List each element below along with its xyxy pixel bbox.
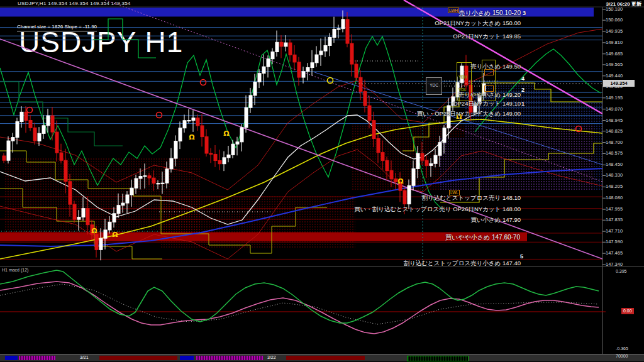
price-tick-label: 147.710 (606, 228, 623, 234)
ichimoku-green-line (93, 19, 156, 58)
price-tick-label: 149.440 (606, 73, 623, 79)
macd-scale-top: 0.395 (616, 269, 627, 273)
omega-signal-icon: Ω (91, 227, 97, 235)
price-tick-label: 148.450 (606, 162, 623, 167)
session-block-blue (180, 356, 194, 360)
level-annotation: OP21日NYカット 149.85 (453, 33, 521, 41)
price-tick-label: 148.825 (606, 128, 623, 134)
level-annotation: 売りやや小さめ 149.20 (458, 91, 521, 99)
level-annotation: 売り小さめ 149.50 (470, 63, 521, 71)
session-block-red (286, 356, 365, 360)
strip-date-2: 3/22 (267, 355, 276, 359)
price-tick-label: 148.575 (606, 150, 623, 156)
red-circle-signal-icon (201, 80, 206, 85)
lwh-tag: LWH (448, 8, 459, 13)
price-tick-label: 148.700 (606, 140, 623, 145)
macd-scale-volume: 70000 (616, 354, 628, 358)
price-tick-label: 149.935 (606, 28, 623, 34)
strip-date-1: 3/21 (80, 355, 89, 359)
session-block-blue (5, 356, 18, 360)
macd-scale-bottom: -0.365 (616, 346, 628, 351)
session-strip: 3/21 3/22 (0, 354, 644, 361)
sell-zone-label: 売り小さめ 150.10-20 (458, 9, 521, 18)
buy-zone-label: 買いやや小さめ 147.60-70 (445, 233, 520, 242)
ydh-tag: YDH (458, 75, 467, 79)
red-circle-signal-icon (157, 112, 162, 118)
macd-zero-badge: 0.00 (621, 308, 634, 314)
level-annotation: 割り込むとストップロス売り 148.10 (422, 194, 521, 202)
price-tick-label: 149.810 (606, 40, 623, 45)
price-tick-label: 147.340 (606, 261, 623, 267)
level-annotation: 買い・OP25日NYカット大きめ 149.00 (416, 110, 521, 118)
price-tick-label: 149.685 (606, 51, 623, 57)
price-tick-label: 147.835 (606, 217, 623, 222)
price-tick-label: 150.060 (606, 17, 623, 23)
price-tick-label: 149.195 (606, 95, 623, 101)
price-tick-label: 147.590 (606, 239, 623, 244)
omega-signal-icon: Ω (189, 133, 195, 141)
channel-info-label: Channel size = 1826 Slope = -11.90 (17, 24, 97, 31)
price-tick-label: 149.565 (606, 62, 623, 67)
level-annotation: 買い小さめ 147.90 (470, 216, 521, 224)
session-block-green (407, 356, 469, 361)
mt4-chart-window: USDJPY,H1 149.354 149.354 149.354 149.35… (0, 0, 644, 362)
price-tick-label: 149.070 (606, 106, 623, 112)
pivot-level-number: 3 (523, 10, 526, 16)
price-tick-label: 148.330 (606, 172, 623, 178)
pivot-level-number: 1 (521, 101, 525, 107)
omega-signal-icon: Ω (223, 129, 230, 138)
price-tick-label: 147.955 (606, 206, 623, 212)
session-block-mag (19, 356, 55, 360)
price-tick-label: 148.205 (606, 184, 623, 189)
omega-signal-icon: Ω (112, 231, 118, 239)
price-tick-label: 147.465 (606, 250, 623, 256)
current-price-badge: 149.354 (603, 80, 635, 87)
omega-signal-icon: Ω (397, 177, 404, 185)
price-tick-label: 148.945 (606, 118, 623, 123)
chart-canvas[interactable]: ΩΩΩΩΩΩ (0, 0, 644, 362)
price-tick-label: 148.080 (606, 195, 623, 200)
session-block-mag (196, 356, 263, 360)
red-circle-signal-icon (27, 107, 33, 113)
price-tick-label: 150.180 (606, 6, 623, 12)
macd-indicator-label: H1 macd (12) (2, 268, 28, 272)
level-annotation: 割り込むとストップロス売り小さめ 147.40 (404, 260, 521, 268)
session-block-red (99, 356, 177, 360)
pivot-level-number: 5 (520, 253, 523, 260)
macd-pink-line (0, 282, 599, 334)
level-annotation: OP21日NYカット大きめ 150.00 (435, 19, 521, 28)
pivot-level-number: 2 (521, 87, 525, 93)
level-annotation: 買い・割り込むとストップロス売り OP26日NYカット 148.00 (354, 206, 521, 214)
macd-green-line (0, 270, 599, 323)
pivot-level-number: 4 (521, 75, 525, 82)
ydc-tag: YDC (426, 77, 442, 95)
level-annotation: OP24日NYカット 149.10 (453, 100, 521, 108)
macd-signal-dotted (0, 284, 599, 324)
